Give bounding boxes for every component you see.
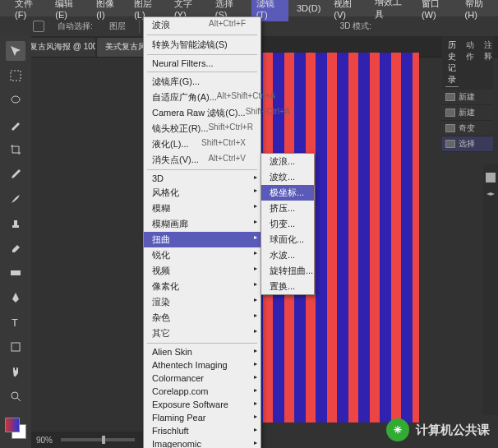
zoom-level[interactable]: 90% bbox=[36, 436, 53, 445]
submenu-item[interactable]: 波浪... bbox=[261, 154, 314, 169]
type-tool[interactable]: T bbox=[6, 312, 25, 332]
opt-3d-mode[interactable]: 3D 模式: bbox=[337, 20, 375, 33]
menu-item[interactable]: Alien Skin bbox=[144, 345, 261, 358]
panel-tab[interactable]: 历史记录 bbox=[445, 39, 459, 87]
menu-item[interactable]: 模糊 bbox=[144, 201, 261, 216]
menu-item[interactable]: 波浪Alt+Ctrl+F bbox=[144, 17, 261, 33]
layers-icon[interactable] bbox=[486, 191, 496, 201]
distort-submenu: 波浪...波纹...极坐标...挤压...切变...球面化...水波...旋转扭… bbox=[261, 153, 315, 295]
svg-rect-3 bbox=[14, 220, 17, 225]
history-panel: 历史记录动作注释 新建新建奇变选择 bbox=[442, 36, 493, 152]
stamp-tool[interactable] bbox=[6, 214, 25, 233]
marquee-tool[interactable] bbox=[6, 66, 25, 85]
menu-item[interactable]: Exposure Software bbox=[144, 398, 261, 411]
menu-item[interactable]: 转换为智能滤镜(S) bbox=[144, 37, 261, 53]
menu-item[interactable]: 渲染 bbox=[144, 294, 261, 310]
brush-tool[interactable] bbox=[6, 189, 25, 209]
tools-panel: T bbox=[0, 36, 31, 448]
submenu-item[interactable]: 球面化... bbox=[261, 232, 314, 247]
menu-7[interactable]: 3D(D) bbox=[292, 2, 325, 15]
menu-11[interactable]: 帮助(H) bbox=[460, 0, 498, 21]
move-tool[interactable] bbox=[6, 41, 25, 61]
history-item[interactable]: 新建 bbox=[442, 90, 493, 105]
collapsed-panels bbox=[483, 164, 498, 415]
menu-8[interactable]: 视图(V) bbox=[329, 0, 367, 21]
menu-2[interactable]: 图像(I) bbox=[91, 0, 126, 21]
wand-tool[interactable] bbox=[6, 115, 25, 135]
zoom-tool[interactable] bbox=[6, 386, 25, 406]
color-swatches[interactable] bbox=[5, 418, 26, 439]
gradient-tool[interactable] bbox=[6, 263, 25, 283]
menu-item[interactable]: 风格化 bbox=[144, 185, 261, 201]
menu-item[interactable]: Corelapp.com bbox=[144, 385, 261, 398]
lasso-tool[interactable] bbox=[6, 90, 25, 110]
move-tool-icon bbox=[33, 21, 44, 32]
svg-rect-8 bbox=[486, 173, 496, 182]
eyedropper-tool[interactable] bbox=[6, 164, 25, 184]
submenu-item[interactable]: 切变... bbox=[261, 216, 314, 232]
submenu-item[interactable]: 置换... bbox=[261, 279, 314, 294]
menu-item[interactable]: 3D bbox=[144, 172, 261, 185]
watermark-text: 计算机公共课 bbox=[416, 423, 490, 438]
menu-item[interactable]: 液化(L)...Shift+Ctrl+X bbox=[144, 136, 261, 152]
menu-item[interactable]: 消失点(V)...Alt+Ctrl+V bbox=[144, 152, 261, 168]
menu-item[interactable]: 其它 bbox=[144, 326, 261, 341]
pen-tool[interactable] bbox=[6, 288, 25, 307]
crop-tool[interactable] bbox=[6, 140, 25, 159]
menu-item[interactable]: Imagenomic bbox=[144, 437, 261, 448]
svg-rect-0 bbox=[11, 71, 21, 81]
svg-point-7 bbox=[12, 392, 18, 399]
menu-1[interactable]: 编辑(E) bbox=[50, 0, 88, 21]
submenu-item[interactable]: 波纹... bbox=[261, 169, 314, 185]
menu-item[interactable]: Flaming Pear bbox=[144, 411, 261, 424]
menu-item[interactable]: 模糊画廊 bbox=[144, 216, 261, 232]
svg-rect-4 bbox=[11, 270, 21, 275]
opt-auto-select[interactable]: 自动选择: bbox=[54, 20, 96, 33]
menu-item[interactable]: Frischluft bbox=[144, 424, 261, 437]
menu-9[interactable]: 增效工具 bbox=[370, 0, 413, 22]
menu-0[interactable]: 文件(F) bbox=[10, 0, 47, 21]
swatches-icon[interactable] bbox=[486, 173, 496, 182]
submenu-item[interactable]: 旋转扭曲... bbox=[261, 263, 314, 279]
eraser-tool[interactable] bbox=[6, 238, 25, 258]
history-item[interactable]: 选择 bbox=[442, 136, 493, 152]
menu-item[interactable]: Camera Raw 滤镜(C)...Shift+Ctrl+A bbox=[144, 105, 261, 121]
shape-tool[interactable] bbox=[6, 337, 25, 357]
menu-item[interactable]: 扭曲 bbox=[144, 232, 261, 247]
history-item[interactable]: 奇变 bbox=[442, 121, 493, 136]
submenu-item[interactable]: 挤压... bbox=[261, 201, 314, 216]
menu-item[interactable]: 像素化 bbox=[144, 279, 261, 294]
panel-tab[interactable]: 注释 bbox=[482, 39, 495, 87]
menu-10[interactable]: 窗口(W) bbox=[417, 0, 457, 21]
svg-point-1 bbox=[12, 96, 20, 103]
menu-item[interactable]: Colormancer bbox=[144, 372, 261, 385]
wechat-icon: ✳ bbox=[386, 418, 409, 441]
menubar: 文件(F)编辑(E)图像(I)图层(L)文字(Y)选择(S)滤镜(T)3D(D)… bbox=[0, 0, 498, 16]
filter-menu-dropdown: 波浪Alt+Ctrl+F转换为智能滤镜(S)Neural Filters...滤… bbox=[143, 16, 261, 448]
hand-tool[interactable] bbox=[6, 362, 25, 381]
menu-item[interactable]: Neural Filters... bbox=[144, 57, 261, 70]
submenu-item[interactable]: 极坐标... bbox=[261, 185, 314, 201]
menu-item[interactable]: 锐化 bbox=[144, 247, 261, 263]
panel-tab[interactable]: 动作 bbox=[463, 39, 477, 87]
opt-sep bbox=[139, 20, 140, 33]
zoom-slider[interactable] bbox=[61, 438, 135, 441]
svg-text:T: T bbox=[12, 316, 18, 329]
opt-layer[interactable]: 图层 bbox=[106, 20, 129, 33]
menu-item[interactable]: 杂色 bbox=[144, 310, 261, 326]
menu-item[interactable]: Athentech Imaging bbox=[144, 358, 261, 372]
watermark: ✳ 计算机公共课 bbox=[386, 418, 490, 441]
history-item[interactable]: 新建 bbox=[442, 105, 493, 121]
menu-item[interactable]: 视频 bbox=[144, 263, 261, 279]
submenu-item[interactable]: 水波... bbox=[261, 247, 314, 263]
svg-rect-2 bbox=[12, 225, 19, 228]
menu-item[interactable]: 镜头校正(R)...Shift+Ctrl+R bbox=[144, 121, 261, 136]
menu-item[interactable]: 滤镜库(G)... bbox=[144, 74, 261, 90]
svg-rect-6 bbox=[12, 343, 20, 351]
menu-item[interactable]: 自适应广角(A)...Alt+Shift+Ctrl+A bbox=[144, 90, 261, 105]
